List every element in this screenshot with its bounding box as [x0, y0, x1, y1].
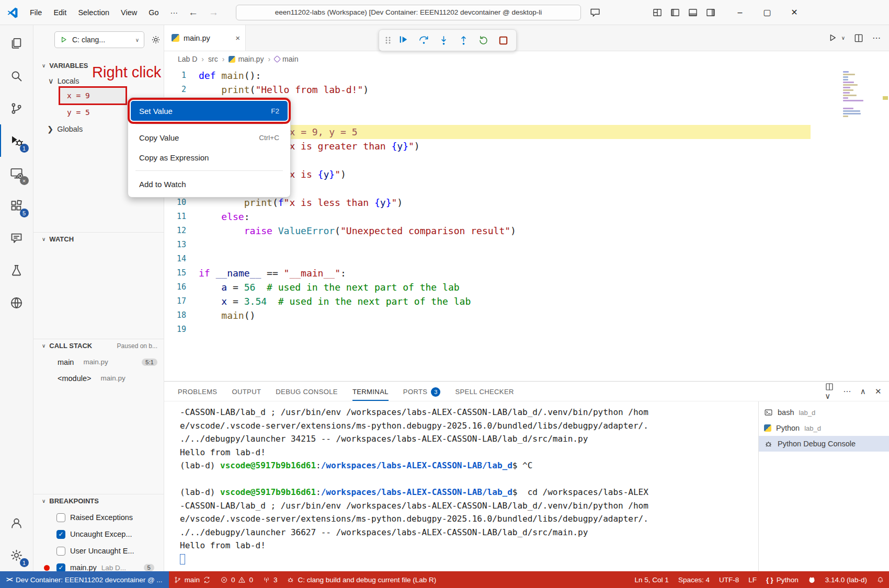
debug-config-select[interactable]: C: clang... ∨ — [54, 31, 144, 48]
panel-maximize-icon[interactable]: ∧ — [860, 387, 866, 396]
stop-icon[interactable] — [495, 32, 511, 48]
panel-tab-output[interactable]: OUTPUT — [232, 382, 261, 401]
activity-item-explorer[interactable] — [0, 27, 33, 60]
activity-item-github[interactable] — [0, 286, 33, 319]
panel-tab-label: DEBUG CONSOLE — [276, 388, 338, 396]
toggle-secondary-sidebar-icon[interactable] — [705, 7, 716, 18]
breakpoint-row[interactable]: User Uncaught E... — [33, 543, 164, 559]
annotation-right-click: Right click — [92, 64, 161, 81]
minimap[interactable] — [843, 71, 881, 121]
status-debug-config[interactable]: C: clang build and debug current file (L… — [282, 571, 441, 588]
forward-icon[interactable]: → — [204, 7, 223, 18]
panel-tab-debug-console[interactable]: DEBUG CONSOLE — [276, 382, 338, 401]
toggle-panel-icon[interactable] — [688, 7, 698, 18]
watch-section-header[interactable]: ∨ WATCH — [33, 232, 164, 246]
terminal-output[interactable]: -CASSON-LAB/lab_d ; /usr/bin/env /worksp… — [164, 401, 758, 571]
breakpoint-row[interactable]: ✓Uncaught Excep... — [33, 526, 164, 542]
breakpoint-row[interactable]: Raised Exceptions — [33, 510, 164, 525]
breadcrumb-item-main[interactable]: main — [275, 55, 298, 63]
status-git-branch[interactable]: main — [169, 571, 215, 588]
breakpoint-checkbox[interactable]: ✓ — [56, 530, 65, 539]
debug-settings-gear-icon[interactable] — [151, 34, 161, 45]
breakpoint-checkbox[interactable] — [56, 513, 65, 522]
call-stack-frame[interactable]: mainmain.py5:1 — [33, 354, 164, 370]
command-center-search[interactable]: eeen11202-labs (Workspace) [Dev Containe… — [236, 5, 581, 20]
menu-item-go[interactable]: Go — [144, 6, 163, 19]
panel-layout-icon[interactable]: ∨ — [825, 382, 834, 401]
breakpoint-row[interactable]: ✓main.pyLab D...5 — [33, 560, 164, 571]
terminal-instance-python[interactable]: Pythonlab_d — [759, 420, 889, 436]
menu-item-set-value[interactable]: Set ValueF2 — [131, 101, 288, 121]
breakpoint-checkbox[interactable]: ✓ — [56, 563, 65, 572]
menu-item-copy-value[interactable]: Copy ValueCtrl+C — [131, 128, 288, 147]
call-stack-section-header[interactable]: ∨ CALL STACK Paused on b... — [33, 339, 164, 352]
menu-item-file[interactable]: File — [25, 6, 47, 19]
breakpoints-section-header[interactable]: ∨ BREAKPOINTS — [33, 494, 164, 508]
menu-item-view[interactable]: View — [116, 6, 142, 19]
breadcrumb-item-labd[interactable]: Lab D — [178, 55, 197, 63]
status-language-mode[interactable]: { }Python — [761, 571, 803, 588]
status-remote-indicator[interactable]: ><Dev Container: EEEN11202 devcontainer … — [0, 571, 169, 588]
panel-tab-problems[interactable]: PROBLEMS — [178, 382, 217, 401]
activity-item-source-control[interactable] — [0, 92, 33, 124]
activity-item-settings[interactable]: 1 — [0, 539, 33, 571]
customize-layout-icon[interactable] — [652, 7, 663, 18]
start-debug-icon[interactable] — [60, 36, 69, 44]
close-button[interactable]: ✕ — [781, 0, 808, 25]
status-python-version[interactable]: 3.14.0 (lab-d) — [820, 571, 872, 588]
step-out-icon[interactable] — [455, 32, 471, 48]
toggle-sidebar-icon[interactable] — [670, 7, 680, 18]
maximize-button[interactable]: ▢ — [754, 0, 781, 25]
activity-item-testing[interactable] — [0, 254, 33, 286]
globals-group[interactable]: ❯ Globals — [33, 122, 83, 136]
step-into-icon[interactable] — [436, 32, 451, 48]
menu-item-add-to-watch[interactable]: Add to Watch — [131, 174, 288, 194]
panel-more-icon[interactable]: ⋯ — [843, 387, 851, 396]
status-github-status[interactable] — [803, 571, 820, 588]
panel-tab-ports[interactable]: PORTS3 — [403, 382, 441, 401]
status-label: C: clang build and debug current file (L… — [298, 576, 436, 584]
drag-grip-icon[interactable] — [384, 34, 392, 47]
minimize-button[interactable]: – — [726, 0, 754, 25]
terminal-instance-python-debug-console[interactable]: Python Debug Console — [759, 436, 889, 452]
panel-close-icon[interactable]: ✕ — [875, 387, 882, 396]
step-over-icon[interactable] — [416, 32, 431, 48]
status-problems[interactable]: 00 — [215, 571, 258, 588]
activity-item-accounts[interactable] — [0, 506, 33, 539]
activity-item-chat[interactable] — [0, 222, 33, 254]
activity-item-remote-explorer[interactable]: × — [0, 157, 33, 189]
account-icon — [9, 516, 24, 530]
continue-icon[interactable] — [396, 32, 412, 48]
tab-main-py[interactable]: main.py × — [164, 25, 246, 51]
status-cursor-position[interactable]: Ln 5, Col 1 — [630, 571, 674, 588]
menu-item-[interactable]: ··· — [166, 6, 183, 19]
status-eol[interactable]: LF — [744, 571, 761, 588]
activity-item-search[interactable] — [0, 60, 33, 92]
variable-row-y[interactable]: y = 5 — [60, 105, 90, 120]
breakpoint-checkbox[interactable] — [56, 547, 65, 556]
status-notifications[interactable] — [872, 571, 889, 588]
menu-item-edit[interactable]: Edit — [49, 6, 71, 19]
back-icon[interactable]: ← — [184, 7, 203, 18]
status-forwarded-ports[interactable]: 3 — [258, 571, 282, 588]
terminal-line: Hello from lab-d! — [180, 446, 758, 459]
panel-tab-terminal[interactable]: TERMINAL — [352, 382, 389, 401]
run-python-file-icon[interactable] — [828, 33, 838, 43]
breadcrumb-item-mainpy[interactable]: main.py — [229, 55, 264, 63]
breadcrumb-item-src[interactable]: src — [208, 55, 218, 63]
menu-item-copy-as-expression[interactable]: Copy as Expression — [131, 147, 288, 167]
close-tab-icon[interactable]: × — [235, 33, 240, 42]
terminal-instance-bash[interactable]: bashlab_d — [759, 405, 889, 420]
call-stack-frame[interactable]: <module>main.py — [33, 371, 164, 386]
menu-item-selection[interactable]: Selection — [73, 6, 114, 19]
activity-item-run-and-debug[interactable]: 1 — [0, 124, 33, 157]
status-encoding[interactable]: UTF-8 — [714, 571, 744, 588]
split-editor-icon[interactable] — [853, 33, 864, 43]
activity-item-extensions[interactable]: 5 — [0, 189, 33, 222]
status-indentation[interactable]: Spaces: 4 — [674, 571, 714, 588]
panel-tab-spell-checker[interactable]: SPELL CHECKER — [455, 382, 514, 401]
run-dropdown-chevron-icon[interactable]: ∨ — [841, 35, 845, 41]
more-actions-icon[interactable]: ⋯ — [872, 33, 881, 43]
feedback-icon[interactable] — [589, 7, 601, 18]
restart-icon[interactable] — [475, 32, 491, 48]
